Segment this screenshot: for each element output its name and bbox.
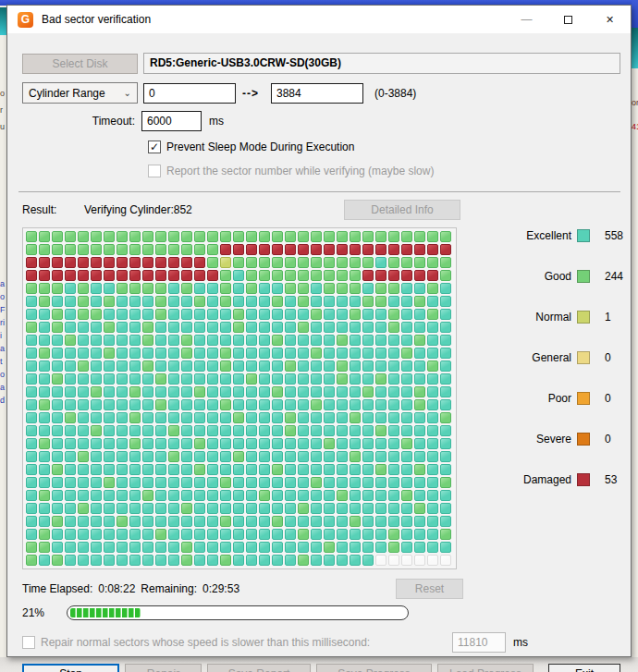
time-elapsed-label: Time Elapsed: xyxy=(22,582,92,595)
sector-cell xyxy=(52,529,63,540)
progress-percent-label: 21% xyxy=(22,606,67,619)
sector-cell xyxy=(155,490,166,501)
sector-cell xyxy=(233,425,244,436)
sector-cell xyxy=(220,542,231,553)
sector-cell xyxy=(39,360,50,372)
sector-cell xyxy=(129,451,141,462)
sector-cell xyxy=(388,309,399,320)
legend-label: Poor xyxy=(508,392,577,405)
prevent-sleep-checkbox[interactable]: ✓ xyxy=(148,141,161,153)
progress-bar xyxy=(67,605,409,620)
sector-cell xyxy=(168,231,179,242)
sector-cell xyxy=(272,373,283,385)
sector-cell xyxy=(233,296,244,307)
sector-grid-row xyxy=(25,334,454,347)
reset-button[interactable]: Reset xyxy=(396,579,463,599)
maximize-icon xyxy=(564,16,572,24)
sector-cell xyxy=(414,451,425,462)
detailed-info-button[interactable]: Detailed Info xyxy=(344,200,460,220)
sector-cell xyxy=(311,386,322,397)
sector-cell xyxy=(194,542,205,553)
sector-cell xyxy=(194,425,205,436)
save-progress-button[interactable]: Save Progress xyxy=(316,664,432,672)
sector-cell xyxy=(259,451,270,462)
sector-cell xyxy=(375,360,386,372)
timeout-input[interactable] xyxy=(141,111,202,131)
range-from-input[interactable] xyxy=(143,83,236,104)
close-button[interactable]: ✕ xyxy=(589,6,631,33)
sector-cell xyxy=(220,477,231,488)
legend-item-damaged: Damaged53 xyxy=(508,473,623,486)
sector-cell xyxy=(233,451,244,462)
sector-cell xyxy=(272,425,283,436)
sector-cell xyxy=(362,322,374,333)
repair-normal-sectors-checkbox[interactable] xyxy=(22,636,35,649)
sector-cell xyxy=(142,244,153,255)
sector-cell xyxy=(91,438,102,449)
sector-cell xyxy=(233,386,244,397)
load-progress-button[interactable]: Load Progress xyxy=(437,664,534,672)
sector-cell xyxy=(324,386,335,397)
sector-cell xyxy=(233,503,244,514)
sector-cell xyxy=(155,503,166,514)
sector-cell xyxy=(414,360,425,372)
sector-cell xyxy=(311,555,322,566)
sector-cell xyxy=(337,477,348,488)
sector-cell xyxy=(259,516,270,527)
sector-cell xyxy=(440,257,451,268)
sector-cell xyxy=(362,270,374,281)
sector-cell xyxy=(117,503,128,514)
sector-cell xyxy=(350,529,361,540)
sector-cell xyxy=(168,386,179,397)
sector-cell xyxy=(350,464,361,475)
sector-cell xyxy=(52,335,63,346)
sector-cell xyxy=(311,296,322,307)
sector-cell xyxy=(104,542,115,553)
sector-cell xyxy=(246,412,257,423)
stop-button[interactable]: Stop xyxy=(22,664,119,672)
sector-cell xyxy=(324,348,335,359)
sector-cell xyxy=(401,231,412,242)
sector-cell xyxy=(117,529,128,540)
sector-cell xyxy=(375,451,386,462)
legend-count: 244 xyxy=(605,270,623,283)
background-text-fragment: a xyxy=(0,279,5,288)
sector-cell xyxy=(78,516,89,527)
sector-grid-row xyxy=(25,424,454,437)
sector-cell xyxy=(375,412,386,423)
range-to-input[interactable] xyxy=(271,83,363,104)
sector-cell xyxy=(52,412,63,423)
sector-cell xyxy=(26,373,37,385)
sector-cell xyxy=(272,296,283,307)
sector-cell xyxy=(220,309,231,320)
minimize-button[interactable]: — xyxy=(506,6,547,33)
range-mode-dropdown[interactable]: Cylinder Range ⌄ xyxy=(22,82,138,104)
sector-cell xyxy=(117,542,128,553)
sector-grid-row xyxy=(25,243,454,256)
repair-threshold-input[interactable] xyxy=(452,632,506,653)
sector-cell xyxy=(311,231,322,242)
sector-cell xyxy=(350,516,361,527)
sector-grid-row xyxy=(25,230,454,243)
sector-cell xyxy=(194,244,205,255)
sector-cell xyxy=(129,322,141,333)
sector-cell xyxy=(65,516,76,527)
sector-cell xyxy=(104,464,115,475)
sector-cell xyxy=(272,412,283,423)
save-report-button[interactable]: Save Report xyxy=(207,664,311,672)
sector-cell xyxy=(362,529,374,540)
sector-cell xyxy=(427,451,438,462)
exit-button[interactable]: Exit xyxy=(548,664,620,672)
sector-cell xyxy=(298,322,309,333)
sector-cell xyxy=(427,373,438,385)
repair-button[interactable]: Repair xyxy=(125,664,202,672)
sector-cell xyxy=(440,244,451,255)
report-sector-checkbox[interactable] xyxy=(148,165,161,177)
select-disk-button[interactable]: Select Disk xyxy=(22,54,138,74)
sector-cell xyxy=(246,257,257,268)
sector-cell xyxy=(78,335,89,346)
sector-cell xyxy=(65,270,76,281)
sector-cell xyxy=(181,516,192,527)
maximize-button[interactable] xyxy=(547,6,589,33)
sector-cell xyxy=(26,477,37,488)
